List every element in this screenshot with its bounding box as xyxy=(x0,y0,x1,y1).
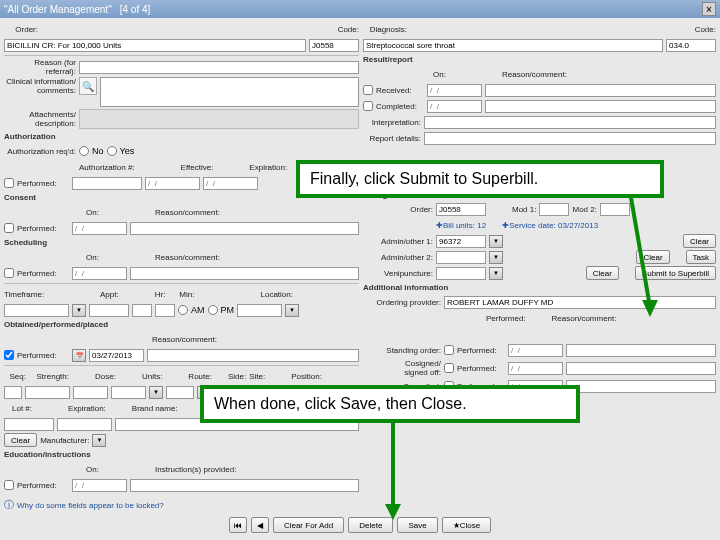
auth-performed-check[interactable] xyxy=(4,178,14,188)
task-button[interactable]: Task xyxy=(686,250,716,264)
standing-reason-input[interactable] xyxy=(566,344,716,357)
auth-num-label: Authorization #: xyxy=(79,163,135,172)
received-check[interactable] xyxy=(363,85,373,95)
opp-date-dd[interactable]: 📅 xyxy=(72,349,86,362)
opp-date-input[interactable] xyxy=(89,349,144,362)
ordering-provider-input[interactable] xyxy=(444,296,716,309)
lock-help-link[interactable]: Why do some fields appear to be locked? xyxy=(17,501,164,510)
reason-referral-input[interactable] xyxy=(79,61,359,74)
clinical-info-textarea[interactable] xyxy=(100,77,359,107)
arrow-bottom-icon xyxy=(378,418,408,523)
strength-input[interactable] xyxy=(25,386,70,399)
nav-first-button[interactable]: ⏮ xyxy=(229,517,247,533)
location-dd[interactable]: ▼ xyxy=(285,304,299,317)
clear-button[interactable]: Clear xyxy=(4,433,37,447)
received-on-input[interactable] xyxy=(427,84,482,97)
cancelled-reason-input[interactable] xyxy=(566,380,716,393)
close-window-icon[interactable]: × xyxy=(702,2,716,16)
edu-instructions-input[interactable] xyxy=(130,479,359,492)
window-title: "All Order Management" xyxy=(4,4,112,15)
min-input[interactable] xyxy=(155,304,175,317)
consent-reason-input[interactable] xyxy=(130,222,359,235)
admin2-input[interactable] xyxy=(436,251,486,264)
code-label: Code: xyxy=(329,25,359,34)
veni-input[interactable] xyxy=(436,267,486,280)
effective-input[interactable] xyxy=(145,177,200,190)
edu-performed-check[interactable] xyxy=(4,480,14,490)
received-reason-input[interactable] xyxy=(485,84,716,97)
lot-input[interactable] xyxy=(4,418,54,431)
manufacturer-dd[interactable]: ▼ xyxy=(92,434,106,447)
completed-on-input[interactable] xyxy=(427,100,482,113)
diagnosis-input[interactable] xyxy=(363,39,663,52)
admin1-input[interactable] xyxy=(436,235,486,248)
standing-date-input[interactable] xyxy=(508,344,563,357)
auth-num-input[interactable] xyxy=(72,177,142,190)
route-input[interactable] xyxy=(166,386,194,399)
opp-reason-input[interactable] xyxy=(147,349,359,362)
completed-check[interactable] xyxy=(363,101,373,111)
expiration-input[interactable] xyxy=(203,177,258,190)
standing-performed-check[interactable] xyxy=(444,345,454,355)
reason-referral-label: Reason (for referral): xyxy=(4,58,76,76)
pm-radio[interactable] xyxy=(208,305,218,315)
dose-input[interactable] xyxy=(73,386,108,399)
location-input[interactable] xyxy=(237,304,282,317)
appt-input[interactable] xyxy=(89,304,129,317)
callout-bottom: When done, click Save, then Close. xyxy=(200,385,580,423)
order-code-input[interactable] xyxy=(309,39,359,52)
lot-exp-input[interactable] xyxy=(57,418,112,431)
interpretation-input[interactable] xyxy=(424,116,716,129)
svg-line-0 xyxy=(630,192,650,307)
close-button[interactable]: ★ Close xyxy=(442,517,491,533)
auth-yes-radio[interactable] xyxy=(107,146,117,156)
diagnosis-code-input[interactable] xyxy=(666,39,716,52)
completed-reason-input[interactable] xyxy=(485,100,716,113)
hr-input[interactable] xyxy=(132,304,152,317)
magnify-icon[interactable]: 🔍 xyxy=(79,77,97,95)
timeframe-dd[interactable]: ▼ xyxy=(72,304,86,317)
left-panel: Order: Code: Reason (for referral): Clin… xyxy=(4,22,359,512)
sched-performed-check[interactable] xyxy=(4,268,14,278)
am-radio[interactable] xyxy=(178,305,188,315)
titlebar: "All Order Management" [4 of 4] × xyxy=(0,0,720,18)
order-input[interactable] xyxy=(4,39,306,52)
opp-performed-check[interactable] xyxy=(4,350,14,360)
consent-performed-check[interactable] xyxy=(4,223,14,233)
expiration-label: Expiration: xyxy=(249,163,287,172)
authorization-header: Authorization xyxy=(4,131,359,142)
cosigned-reason-input[interactable] xyxy=(566,362,716,375)
report-details-input[interactable] xyxy=(424,132,716,145)
attachments-label: Attachments/ description: xyxy=(4,110,76,128)
cosigned-date-input[interactable] xyxy=(508,362,563,375)
effective-label: Effective: xyxy=(181,163,214,172)
admin1-clear-button[interactable]: Clear xyxy=(683,234,716,248)
nav-prev-button[interactable]: ◀ xyxy=(251,517,269,533)
edu-on-input[interactable] xyxy=(72,479,127,492)
consent-on-input[interactable] xyxy=(72,222,127,235)
auth-performed-label: Performed: xyxy=(17,179,69,188)
billing-order-input[interactable] xyxy=(436,203,486,216)
timeframe-input[interactable] xyxy=(4,304,69,317)
mod1-input[interactable] xyxy=(539,203,569,216)
attachments-area[interactable] xyxy=(79,109,359,129)
seq-input[interactable] xyxy=(4,386,22,399)
auth-req-label: Authorization req'd: xyxy=(4,147,76,156)
units-input[interactable] xyxy=(111,386,146,399)
result-header: Result/report xyxy=(363,54,716,65)
svg-marker-3 xyxy=(385,504,401,520)
cosigned-performed-check[interactable] xyxy=(444,363,454,373)
window-counter: [4 of 4] xyxy=(120,4,151,15)
sched-on-input[interactable] xyxy=(72,267,127,280)
opp-header: Obtained/performed/placed xyxy=(4,319,359,330)
order-label: Order: xyxy=(4,25,38,34)
sched-reason-input[interactable] xyxy=(130,267,359,280)
info-icon: ⓘ xyxy=(4,498,14,512)
bill-units-link[interactable]: ✚Bill units: 12 xyxy=(436,221,486,230)
service-date-link[interactable]: ✚Service date: 03/27/2013 xyxy=(502,221,598,230)
auth-no-radio[interactable] xyxy=(79,146,89,156)
clear-for-add-button[interactable]: Clear For Add xyxy=(273,517,344,533)
footer-toolbar: ⏮ ◀ Clear For Add Delete Save ★ Close xyxy=(0,516,720,534)
diagnosis-label: Diagnosis: xyxy=(363,25,407,34)
arrow-top-icon xyxy=(610,192,670,322)
